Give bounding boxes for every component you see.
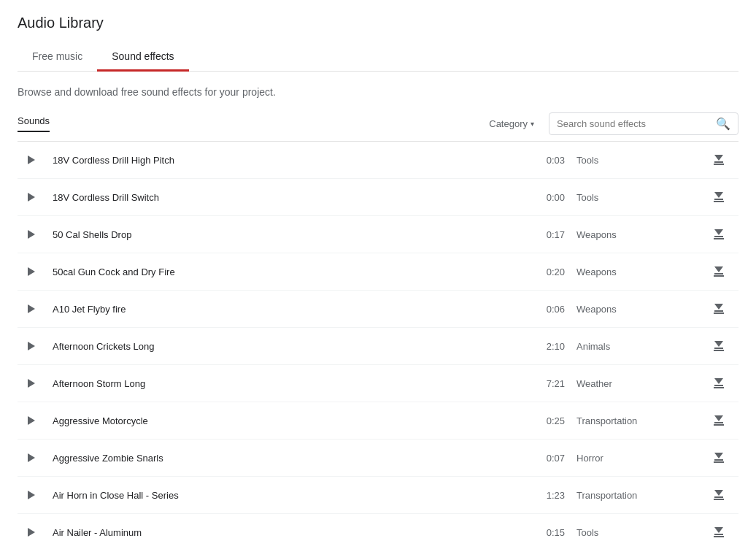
play-button[interactable] — [23, 264, 39, 279]
download-button[interactable] — [708, 338, 730, 354]
play-button[interactable] — [23, 376, 39, 391]
track-category: Tools — [571, 179, 702, 216]
play-icon — [28, 342, 35, 350]
subtitle: Browse and download free sound effects f… — [18, 86, 738, 98]
track-name: Air Horn in Close Hall - Series — [53, 490, 179, 501]
play-icon — [28, 230, 35, 239]
play-button[interactable] — [23, 302, 39, 316]
track-category: Weapons — [571, 253, 702, 291]
play-button[interactable] — [23, 413, 39, 428]
track-name: 18V Cordless Drill High Pitch — [53, 155, 174, 166]
play-button[interactable] — [23, 450, 39, 465]
tab-free-music[interactable]: Free music — [18, 43, 97, 72]
track-duration: 0:06 — [520, 291, 571, 328]
table-wrapper: 18V Cordless Drill High Pitch 0:03 Tools — [18, 142, 738, 541]
category-label: Category — [489, 118, 528, 129]
download-icon — [714, 341, 724, 351]
track-duration: 0:17 — [520, 216, 571, 253]
track-name: Afternoon Storm Long — [53, 378, 145, 389]
track-name: A10 Jet Flyby fire — [53, 304, 126, 315]
track-category: Horror — [571, 440, 702, 477]
search-box: 🔍 — [549, 112, 738, 135]
play-button[interactable] — [23, 488, 39, 502]
play-icon — [28, 267, 35, 276]
tab-sound-effects[interactable]: Sound effects — [97, 43, 188, 72]
track-duration: 1:23 — [520, 477, 571, 514]
track-duration: 0:00 — [520, 179, 571, 216]
play-button[interactable] — [23, 153, 39, 167]
play-icon — [28, 528, 35, 537]
track-category: Tools — [571, 142, 702, 179]
track-duration: 0:25 — [520, 402, 571, 440]
track-name: Aggressive Motorcycle — [53, 415, 148, 426]
track-category: Tools — [571, 514, 702, 542]
download-icon — [714, 229, 724, 239]
play-icon — [28, 304, 35, 313]
download-icon — [714, 527, 724, 537]
search-input[interactable] — [557, 118, 713, 129]
download-icon — [714, 155, 724, 165]
page-title: Audio Library — [18, 15, 738, 31]
play-icon — [28, 156, 35, 164]
track-category: Animals — [571, 328, 702, 365]
download-icon — [714, 378, 724, 388]
table-row: 18V Cordless Drill Switch 0:00 Tools — [18, 179, 738, 216]
track-category: Transportation — [571, 402, 702, 440]
track-name: 50cal Gun Cock and Dry Fire — [53, 266, 175, 277]
track-category: Weather — [571, 365, 702, 402]
play-button[interactable] — [23, 227, 39, 242]
tabs-container: Free music Sound effects — [18, 43, 738, 72]
table-row: 50cal Gun Cock and Dry Fire 0:20 Weapons — [18, 253, 738, 291]
toolbar-left: Sounds — [18, 115, 50, 132]
table-row: 50 Cal Shells Drop 0:17 Weapons — [18, 216, 738, 253]
download-button[interactable] — [708, 487, 730, 503]
table-row: Aggressive Motorcycle 0:25 Transportatio… — [18, 402, 738, 440]
download-icon — [714, 192, 724, 202]
download-icon — [714, 415, 724, 426]
table-row: Air Nailer - Aluminum 0:15 Tools — [18, 514, 738, 542]
play-icon — [28, 453, 35, 462]
track-name: Aggressive Zombie Snarls — [53, 453, 163, 464]
play-icon — [28, 379, 35, 388]
download-icon — [714, 453, 724, 463]
track-duration: 0:07 — [520, 440, 571, 477]
sounds-table: 18V Cordless Drill High Pitch 0:03 Tools — [18, 142, 738, 541]
download-button[interactable] — [708, 524, 730, 540]
chevron-down-icon: ▾ — [531, 120, 534, 128]
track-category: Transportation — [571, 477, 702, 514]
download-button[interactable] — [708, 413, 730, 429]
download-button[interactable] — [708, 264, 730, 280]
table-row: Air Horn in Close Hall - Series 1:23 Tra… — [18, 477, 738, 514]
toolbar-right: Category ▾ 🔍 — [483, 112, 738, 135]
download-button[interactable] — [708, 450, 730, 466]
track-duration: 0:03 — [520, 142, 571, 179]
download-icon — [714, 266, 724, 277]
track-name: Afternoon Crickets Long — [53, 341, 154, 352]
table-row: Afternoon Storm Long 7:21 Weather — [18, 365, 738, 402]
category-filter[interactable]: Category ▾ — [483, 115, 540, 132]
toolbar: Sounds Category ▾ 🔍 — [18, 112, 738, 141]
table-row: 18V Cordless Drill High Pitch 0:03 Tools — [18, 142, 738, 179]
play-button[interactable] — [23, 190, 39, 204]
play-button[interactable] — [23, 339, 39, 353]
track-category: Weapons — [571, 216, 702, 253]
download-button[interactable] — [708, 226, 730, 242]
track-name: 18V Cordless Drill Switch — [53, 192, 159, 203]
play-button[interactable] — [23, 525, 39, 540]
download-button[interactable] — [708, 375, 730, 391]
track-duration: 0:20 — [520, 253, 571, 291]
download-button[interactable] — [708, 189, 730, 205]
table-row: A10 Jet Flyby fire 0:06 Weapons — [18, 291, 738, 328]
download-icon — [714, 490, 724, 500]
play-icon — [28, 416, 35, 425]
track-name: 50 Cal Shells Drop — [53, 229, 131, 240]
play-icon — [28, 491, 35, 499]
track-duration: 7:21 — [520, 365, 571, 402]
search-icon: 🔍 — [716, 117, 730, 131]
track-name: Air Nailer - Aluminum — [53, 527, 142, 538]
download-button[interactable] — [708, 152, 730, 168]
table-row: Aggressive Zombie Snarls 0:07 Horror — [18, 440, 738, 477]
track-category: Weapons — [571, 291, 702, 328]
download-button[interactable] — [708, 301, 730, 317]
track-duration: 0:15 — [520, 514, 571, 542]
